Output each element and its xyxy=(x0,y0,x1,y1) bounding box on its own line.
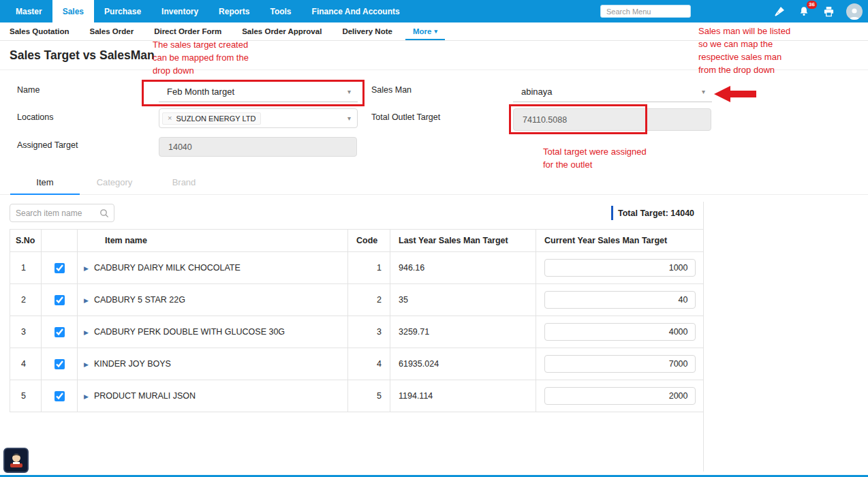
current-year-target-input[interactable] xyxy=(544,387,696,405)
target-name-value: Feb Month target xyxy=(167,87,234,97)
content-right-border xyxy=(703,202,704,472)
subnav-sales-order[interactable]: Sales Order xyxy=(80,22,144,40)
table-row: 5 ▶PRODUCT MURALI JSON 5 1194.114 xyxy=(10,380,704,412)
row-checkbox[interactable] xyxy=(55,295,65,305)
item-name: KINDER JOY BOYS xyxy=(94,359,171,369)
annotation-arrow-left-icon xyxy=(713,84,758,107)
table-row: 1 ▶CADBURY DAIRY MILK CHOCOLATE 1 946.16 xyxy=(10,252,704,284)
row-checkbox[interactable] xyxy=(55,359,65,369)
subnav-sales-quotation[interactable]: Sales Quotation xyxy=(10,22,80,40)
locations-select[interactable]: × SUZLON ENERGY LTD ▾ xyxy=(159,108,358,128)
avatar[interactable] xyxy=(846,3,863,20)
topbar-right: 36 xyxy=(600,3,868,20)
menu-master[interactable]: Master xyxy=(5,0,52,22)
topbar: Master Sales Purchase Inventory Reports … xyxy=(0,0,868,22)
notification-badge: 36 xyxy=(807,1,817,9)
total-outlet-label: Total Outlet Target xyxy=(371,112,440,122)
annotation-outlet-note: Total target were assigned for the outle… xyxy=(543,146,649,172)
header-item-name: Item name xyxy=(78,230,348,252)
printer-icon[interactable] xyxy=(822,5,835,18)
row-last-year: 61935.024 xyxy=(390,348,536,380)
chat-person-icon xyxy=(7,452,25,470)
menu-reports[interactable]: Reports xyxy=(208,0,260,22)
row-sno: 5 xyxy=(10,380,42,412)
chevron-down-icon: ▾ xyxy=(434,28,437,35)
expand-icon[interactable]: ▶ xyxy=(84,297,89,304)
header-sno: S.No xyxy=(10,230,42,252)
target-tabs: Item Category Brand xyxy=(0,170,868,195)
close-icon[interactable]: × xyxy=(168,114,172,122)
subnav-sales-order-approval[interactable]: Sales Order Approval xyxy=(232,22,332,40)
chevron-down-icon: ▾ xyxy=(347,114,351,122)
chevron-down-icon: ▾ xyxy=(702,88,705,95)
row-code: 1 xyxy=(348,252,390,284)
row-code: 4 xyxy=(348,348,390,380)
main-menu: Master Sales Purchase Inventory Reports … xyxy=(0,0,410,22)
row-code: 2 xyxy=(348,284,390,316)
row-last-year: 3259.71 xyxy=(390,316,536,348)
target-name-select[interactable]: Feb Month target ▾ xyxy=(159,82,358,102)
salesman-select[interactable]: abinaya ▾ xyxy=(513,82,712,102)
row-sno: 3 xyxy=(10,316,42,348)
current-year-target-input[interactable] xyxy=(544,291,696,309)
table-row: 4 ▶KINDER JOY BOYS 4 61935.024 xyxy=(10,348,704,380)
menu-tools[interactable]: Tools xyxy=(260,0,301,22)
row-code: 3 xyxy=(348,316,390,348)
assigned-target-field: 14040 xyxy=(159,137,357,157)
current-year-target-input[interactable] xyxy=(544,323,696,341)
items-table: S.No Item name Code Last Year Sales Man … xyxy=(10,229,703,412)
menu-finance-accounts[interactable]: Finance And Accounts xyxy=(302,0,410,22)
chevron-down-icon: ▾ xyxy=(347,88,351,95)
title-row: Sales Target vs SalesMan xyxy=(0,41,868,70)
expand-icon[interactable]: ▶ xyxy=(84,329,89,336)
table-row: 3 ▶CADBURY PERK DOUBLE WITH GLUCOSE 30G … xyxy=(10,316,704,348)
header-current-year: Current Year Sales Man Target xyxy=(536,230,704,252)
row-checkbox[interactable] xyxy=(55,263,65,273)
subnav-more-label: More xyxy=(413,27,431,35)
row-checkbox[interactable] xyxy=(55,391,65,401)
brush-icon[interactable] xyxy=(773,5,786,18)
total-outlet-target-field: 74110.5088 xyxy=(513,108,711,131)
total-target-text: Total Target: 14040 xyxy=(618,209,694,218)
chat-widget[interactable] xyxy=(3,448,29,473)
current-year-target-input[interactable] xyxy=(544,355,696,373)
page-title: Sales Target vs SalesMan xyxy=(0,41,868,63)
location-tag-label: SUZLON ENERGY LTD xyxy=(176,114,255,123)
header-last-year: Last Year Sales Man Target xyxy=(390,230,536,252)
row-sno: 2 xyxy=(10,284,42,316)
salesman-label: Sales Man xyxy=(371,85,412,95)
menu-sales[interactable]: Sales xyxy=(52,0,94,22)
current-year-target-input[interactable] xyxy=(544,259,696,277)
row-sno: 1 xyxy=(10,252,42,284)
assigned-target-label: Assigned Target xyxy=(17,140,78,150)
app-window: Master Sales Purchase Inventory Reports … xyxy=(0,0,868,477)
salesman-value: abinaya xyxy=(521,87,553,97)
menu-inventory[interactable]: Inventory xyxy=(151,0,208,22)
row-last-year: 1194.114 xyxy=(390,380,536,412)
item-name: PRODUCT MURALI JSON xyxy=(94,391,196,401)
sales-subnav: Sales Quotation Sales Order Direct Order… xyxy=(0,22,868,41)
expand-icon[interactable]: ▶ xyxy=(84,393,89,400)
row-last-year: 946.16 xyxy=(390,252,536,284)
subnav-direct-order-form[interactable]: Direct Order Form xyxy=(144,22,232,40)
tab-category[interactable]: Category xyxy=(80,170,149,194)
menu-search-input[interactable] xyxy=(600,5,691,18)
subnav-delivery-note[interactable]: Delivery Note xyxy=(332,22,403,40)
locations-label: Locations xyxy=(17,112,54,122)
search-icon xyxy=(99,209,109,218)
location-tag: × SUZLON ENERGY LTD xyxy=(162,112,261,125)
row-code: 5 xyxy=(348,380,390,412)
tab-brand[interactable]: Brand xyxy=(149,170,219,194)
subnav-more[interactable]: More ▾ xyxy=(403,22,448,40)
total-target-bar xyxy=(611,206,613,220)
tab-item[interactable]: Item xyxy=(10,170,80,194)
total-target: Total Target: 14040 xyxy=(611,206,694,220)
item-search-box xyxy=(10,204,114,222)
name-label: Name xyxy=(17,85,40,95)
expand-icon[interactable]: ▶ xyxy=(84,361,89,368)
item-search-input[interactable] xyxy=(10,209,99,218)
bell-icon[interactable]: 36 xyxy=(797,5,811,18)
row-checkbox[interactable] xyxy=(55,327,65,337)
menu-purchase[interactable]: Purchase xyxy=(94,0,151,22)
expand-icon[interactable]: ▶ xyxy=(84,265,89,272)
